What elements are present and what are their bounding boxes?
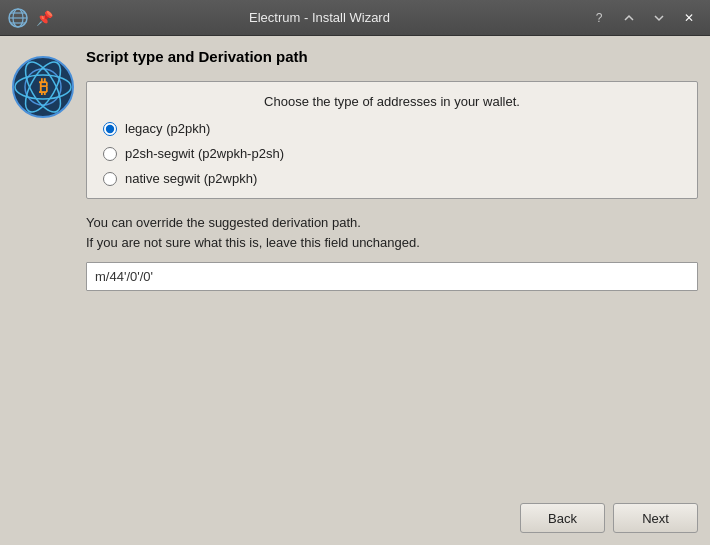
pin-icon[interactable]: 📌 [36, 10, 53, 26]
app-icon [8, 8, 28, 28]
maximize-button[interactable] [646, 7, 672, 29]
radio-legacy-label: legacy (p2pkh) [125, 121, 210, 136]
titlebar: 📌 Electrum - Install Wizard ? ✕ [0, 0, 710, 36]
back-button[interactable]: Back [520, 503, 605, 533]
script-type-box: Choose the type of addresses in your wal… [86, 81, 698, 199]
derivation-hint-line1: You can override the suggested derivatio… [86, 215, 361, 230]
derivation-path-input[interactable] [86, 262, 698, 291]
section-title: Script type and Derivation path [86, 48, 698, 65]
radio-p2sh-input[interactable] [103, 147, 117, 161]
window-controls: ? ✕ [586, 7, 702, 29]
svg-text:₿: ₿ [39, 77, 48, 97]
content-area: Script type and Derivation path Choose t… [86, 48, 698, 483]
footer: Back Next [0, 495, 710, 545]
derivation-area: You can override the suggested derivatio… [86, 209, 698, 483]
window-title: Electrum - Install Wizard [53, 10, 586, 25]
logo-area: ₿ [12, 48, 74, 483]
help-button[interactable]: ? [586, 7, 612, 29]
radio-group: legacy (p2pkh) p2sh-segwit (p2wpkh-p2sh)… [103, 121, 681, 186]
electrum-logo: ₿ [12, 56, 74, 118]
radio-native-segwit-label: native segwit (p2wpkh) [125, 171, 257, 186]
close-button[interactable]: ✕ [676, 7, 702, 29]
titlebar-left: 📌 [8, 8, 53, 28]
radio-legacy-input[interactable] [103, 122, 117, 136]
radio-p2sh-label: p2sh-segwit (p2wpkh-p2sh) [125, 146, 284, 161]
derivation-hint-line2: If you are not sure what this is, leave … [86, 235, 420, 250]
next-button[interactable]: Next [613, 503, 698, 533]
derivation-hint: You can override the suggested derivatio… [86, 213, 698, 252]
radio-native-segwit-input[interactable] [103, 172, 117, 186]
radio-legacy[interactable]: legacy (p2pkh) [103, 121, 681, 136]
window-body: ₿ Script type and Derivation path Choose… [0, 36, 710, 495]
radio-native-segwit[interactable]: native segwit (p2wpkh) [103, 171, 681, 186]
radio-p2sh[interactable]: p2sh-segwit (p2wpkh-p2sh) [103, 146, 681, 161]
script-subtitle: Choose the type of addresses in your wal… [103, 94, 681, 109]
minimize-button[interactable] [616, 7, 642, 29]
